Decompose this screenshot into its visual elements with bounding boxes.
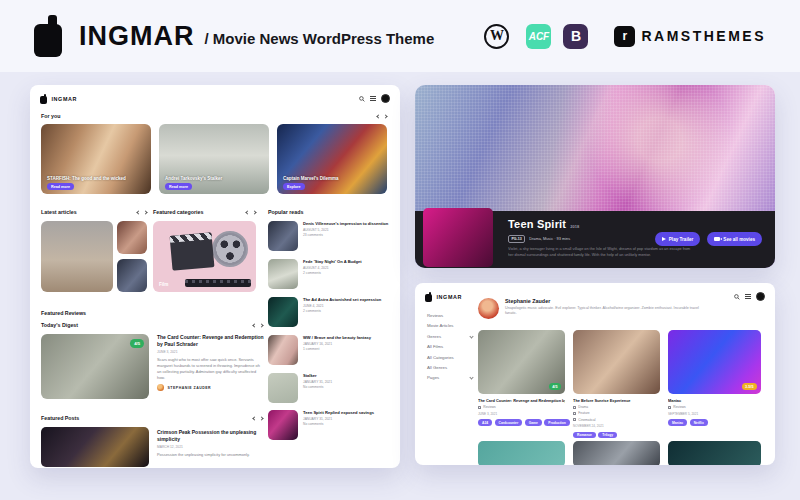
post-image[interactable] [41, 427, 149, 467]
avatar[interactable] [756, 292, 765, 301]
review-title[interactable]: The Card Counter: Revenge and Redemption… [157, 334, 265, 348]
explore-button[interactable]: Explore [283, 183, 305, 190]
avatar[interactable] [381, 94, 390, 103]
article-image[interactable] [41, 221, 113, 292]
ingmar-mini-logo-icon[interactable] [425, 292, 433, 302]
movie-page-mockup: Teen Spirit 2018 PG-13 Drama, Music · 93… [415, 85, 775, 268]
featured-card[interactable]: STARFISH: The good and the wicked Read m… [41, 124, 151, 194]
featured-categories-heading: Featured categories [153, 209, 256, 215]
read-more-button[interactable]: Read more [47, 183, 74, 190]
movie-description: Violet, a shy teenager living in a small… [508, 247, 696, 259]
popular-read-item[interactable]: Stalker JANUARY 31, 2021 No comments [268, 373, 396, 403]
post-date: SEPTEMBER 5, 2021 [668, 412, 761, 416]
post-date: JUNE 3, 2021 [478, 412, 565, 416]
post-date: JANUARY 31, 2021 [303, 380, 332, 384]
arrow-left-icon[interactable] [136, 210, 140, 214]
play-trailer-button[interactable]: Play Trailer [655, 232, 701, 246]
arrow-left-icon[interactable] [245, 210, 249, 214]
review-author[interactable]: STEPHANIE ZAUDER [157, 384, 265, 391]
post-date: AUGUST 5, 2021 [303, 228, 388, 232]
tech-badges: W ACF B r RAMSTHEMES [484, 24, 766, 49]
category-icon [478, 406, 481, 409]
play-icon [662, 237, 666, 241]
article-thumb[interactable] [117, 259, 147, 292]
author-avatar [157, 384, 164, 391]
post-thumb [268, 221, 298, 251]
popular-read-item[interactable]: Fede 'Stay Night' On A Budget AUGUST 4, … [268, 259, 396, 289]
movie-year: 2018 [570, 224, 579, 229]
post-thumb [268, 373, 298, 403]
ingmar-mini-logo-icon[interactable] [40, 94, 48, 104]
tag-pill[interactable]: A24 [478, 419, 492, 426]
movie-title: Teen Spirit [508, 218, 566, 230]
clapperboard-icon [170, 232, 215, 271]
tag-pill[interactable]: Netflix [690, 419, 708, 426]
bootstrap-icon: B [563, 24, 588, 49]
read-more-button[interactable]: Read more [165, 183, 192, 190]
menu-icon[interactable] [745, 294, 751, 299]
author-avatar[interactable] [478, 298, 499, 319]
post-card[interactable]: 3.5/5 Maniac Reviews SEPTEMBER 5, 2021 M… [668, 330, 761, 426]
arrow-right-icon[interactable] [259, 416, 263, 420]
post-comments: No comments [303, 422, 374, 426]
post-date: MARCH 12, 2021 [157, 445, 265, 449]
tag-pill[interactable]: Romance [573, 432, 596, 439]
post-card[interactable]: The Before Sunrise Experience Drama Feat… [573, 330, 660, 438]
popular-read-item[interactable]: WW / Brave and the beauty fantasy JANUAR… [268, 335, 396, 365]
arrow-right-icon[interactable] [252, 210, 256, 214]
mockup-logo-text[interactable]: INGMAR [437, 294, 462, 300]
mockup-navbar: INGMAR [40, 92, 390, 105]
tag-pill[interactable]: Game [525, 419, 542, 426]
popular-read-item[interactable]: Denis Villeneuve's impression to dissent… [268, 221, 396, 251]
see-all-movies-button[interactable]: See all movies [707, 232, 762, 246]
arrow-left-icon[interactable] [252, 323, 256, 327]
site-header: INGMAR / Movie News WordPress Theme W AC… [0, 0, 800, 72]
tag-pill[interactable]: Production [544, 419, 569, 426]
menu-icon[interactable] [370, 96, 376, 101]
post-image[interactable] [478, 441, 565, 465]
popular-read-item[interactable]: The Ad Astra Astonished set expression J… [268, 297, 396, 327]
review-date: JUNE 3, 2021 [157, 350, 265, 354]
certificate-badge: PG-13 [508, 235, 525, 243]
sidebar-item-all-films[interactable]: All Films [427, 344, 473, 349]
author-page-mockup: INGMAR Reviews Movie Articles Genres All… [415, 283, 775, 465]
post-thumb [268, 410, 298, 440]
arrow-right-icon[interactable] [259, 323, 263, 327]
sidebar-item-pages[interactable]: Pages [427, 375, 473, 380]
category-label: Film [159, 282, 168, 287]
popular-read-item[interactable]: Teen Spirit Replied exposed savings JANU… [268, 410, 396, 440]
post-image[interactable] [573, 441, 660, 465]
acf-icon: ACF [526, 24, 551, 49]
mockup-logo-text[interactable]: INGMAR [52, 96, 77, 102]
sidebar-item-reviews[interactable]: Reviews [427, 313, 473, 318]
category-card-film[interactable]: Film [153, 221, 256, 292]
post-title[interactable]: Crimson Peak Possession the unpleasing s… [157, 429, 265, 443]
featured-card[interactable]: Captain Marvel's Dilemma Explore [277, 124, 387, 194]
review-image[interactable]: 4/5 [41, 334, 149, 399]
post-image[interactable] [668, 441, 761, 465]
film-reel-icon [212, 231, 248, 267]
arrow-left-icon[interactable] [252, 416, 256, 420]
arrow-right-icon[interactable] [383, 114, 387, 118]
tag-pill[interactable]: Trilogy [598, 432, 617, 439]
sidebar-item-genres[interactable]: Genres [427, 334, 473, 339]
arrow-left-icon[interactable] [376, 114, 380, 118]
rating-badge: 4/5 [130, 339, 144, 348]
sidebar-item-movie-articles[interactable]: Movie Articles [427, 323, 473, 328]
sidebar-item-all-categories[interactable]: All Categories [427, 355, 473, 360]
tag-pill[interactable]: Cardcounter [495, 419, 523, 426]
tag-list: Romance Trilogy [573, 432, 660, 439]
tag-pill[interactable]: Maniac [668, 419, 687, 426]
sidebar-item-all-genres[interactable]: All Genres [427, 365, 473, 370]
post-image: 3.5/5 [668, 330, 761, 394]
search-icon[interactable] [359, 96, 365, 102]
chevron-down-icon [469, 376, 473, 380]
post-card[interactable]: 4/5 The Card Counter: Revenge and Redemp… [478, 330, 565, 426]
movie-poster-thumb[interactable] [423, 208, 493, 267]
theme-preview-canvas: INGMAR / Movie News WordPress Theme W AC… [0, 0, 800, 500]
tag-list: Maniac Netflix [668, 419, 761, 426]
featured-card[interactable]: Andrei Tarkovsky's Stalker Read more [159, 124, 269, 194]
article-thumb[interactable] [117, 221, 147, 254]
arrow-right-icon[interactable] [143, 210, 147, 214]
search-icon[interactable] [734, 294, 740, 300]
